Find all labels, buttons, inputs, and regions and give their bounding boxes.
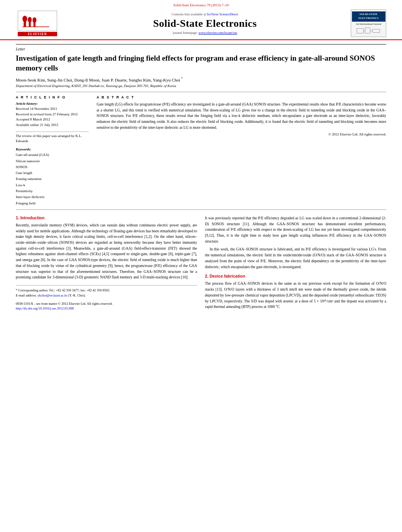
device-fab-text: The process flow of GAA–SONOS devices is… bbox=[205, 281, 386, 310]
article-info-header: A R T I C L E I N F O bbox=[16, 95, 89, 99]
logo-title: SOLID-STATE bbox=[354, 13, 383, 17]
accepted-date: Accepted 8 March 2012 bbox=[16, 117, 89, 122]
article-info-abstract: A R T I C L E I N F O Article history: R… bbox=[16, 95, 386, 206]
journal-header: Solid-State Electronics 79 (2013) 7–10 bbox=[0, 0, 402, 40]
article-authors: Moon-Seok Kim, Sung-Jin Choi, Dong-Il Mo… bbox=[16, 77, 386, 82]
email-label: E-mail address: bbox=[16, 293, 37, 297]
body-right: It was previously reported that the P/E … bbox=[205, 215, 386, 312]
doi-link[interactable]: http://dx.doi.org/10.1016/j.sse.2012.03.… bbox=[16, 306, 74, 310]
logo-subtitle: ELECTRONICS bbox=[354, 17, 383, 20]
journal-center: Contents lists available at SciVerse Sci… bbox=[59, 12, 351, 35]
device-fab-para: The process flow of GAA–SONOS devices is… bbox=[205, 281, 386, 310]
intro-right-para-2: In this work, the GAA–SONOS structure is… bbox=[205, 247, 386, 270]
solid-state-logo: SOLID-STATE ELECTRONICS An International… bbox=[351, 9, 386, 37]
homepage-url[interactable]: www.elsevier.com/locate/sse bbox=[199, 31, 237, 35]
journal-title-row: ELSEVIER Contents lists available at Sci… bbox=[16, 9, 386, 39]
corresponding-note: * Corresponding author. Tel.: +82 42 350… bbox=[16, 288, 197, 293]
corresponding-text: * Corresponding author. Tel.: +82 42 350… bbox=[16, 288, 110, 292]
intro-text: Recently, nonvolatile memory (NVM) devic… bbox=[16, 222, 197, 280]
email-link[interactable]: ykchoi@ee.kaist.ac.kr bbox=[37, 293, 67, 297]
review-note: The review of this paper was arranged by… bbox=[16, 132, 89, 143]
elsevier-logo-box bbox=[18, 11, 57, 31]
email-author: (Y.-K. Choi). bbox=[68, 293, 86, 297]
intro-right-text: It was previously reported that the P/E … bbox=[205, 215, 386, 270]
intro-right-para-1: It was previously reported that the P/E … bbox=[205, 215, 386, 245]
copyright-line: © 2012 Elsevier Ltd. All rights reserved… bbox=[97, 132, 386, 136]
available-date: Available online 21 July 2012 bbox=[16, 122, 89, 128]
device-fab-title: 2. Device fabrication bbox=[205, 274, 386, 278]
keyword-6: Low-k bbox=[16, 182, 89, 188]
abstract-text: Gate length (LG) effects for program/era… bbox=[97, 102, 386, 131]
keyword-2: Silicon nanowire bbox=[16, 158, 89, 164]
received-revised-date: Received in revised form 27 February 201… bbox=[16, 112, 89, 117]
abstract-column: A B S T R A C T Gate length (LG) effects… bbox=[97, 95, 386, 206]
svg-rect-8 bbox=[365, 28, 370, 33]
sciverse-link[interactable]: SciVerse ScienceDirect bbox=[207, 12, 238, 16]
svg-point-3 bbox=[28, 17, 32, 22]
logo-circuit-icon bbox=[353, 25, 384, 35]
homepage-label: journal homepage: bbox=[173, 31, 198, 35]
history-label: Article history: bbox=[16, 102, 89, 106]
keywords-section: Keywords: Gate-all-around (GAA) Silicon … bbox=[16, 147, 89, 206]
intro-para-1: Recently, nonvolatile memory (NVM) devic… bbox=[16, 222, 197, 280]
body-content: 1. Introduction Recently, nonvolatile me… bbox=[16, 215, 386, 312]
footnote-area: * Corresponding author. Tel.: +82 42 350… bbox=[16, 285, 197, 310]
keyword-1: Gate-all-around (GAA) bbox=[16, 152, 89, 158]
svg-rect-9 bbox=[372, 29, 380, 32]
contents-label: Contents lists available at bbox=[172, 12, 206, 16]
abstract-header: A B S T R A C T bbox=[97, 95, 386, 99]
elsevier-label: ELSEVIER bbox=[18, 32, 57, 36]
keywords-label: Keywords: bbox=[16, 147, 89, 151]
author-asterisk: * bbox=[181, 77, 183, 80]
elsevier-tree-icon bbox=[22, 13, 53, 28]
journal-citation: Solid-State Electronics 79 (2013) 7–10 bbox=[16, 3, 386, 7]
keyword-9: Fringing field bbox=[16, 200, 89, 206]
article-content: Letter Investigation of gate length and … bbox=[0, 40, 402, 320]
keyword-3: SONOS bbox=[16, 164, 89, 170]
received-date: Received 14 November 2011 bbox=[16, 106, 89, 112]
article-history: Article history: Received 14 November 20… bbox=[16, 102, 89, 128]
article-affiliation: Department of Electrical Engineering, KA… bbox=[16, 84, 386, 88]
authors-text: Moon-Seok Kim, Sung-Jin Choi, Dong-Il Mo… bbox=[16, 78, 180, 82]
article-title: Investigation of gate length and fringin… bbox=[16, 54, 386, 73]
body-left: 1. Introduction Recently, nonvolatile me… bbox=[16, 215, 197, 312]
keyword-7: Permittivity bbox=[16, 188, 89, 194]
svg-point-1 bbox=[22, 16, 27, 22]
keyword-4: Gate length bbox=[16, 170, 89, 176]
svg-rect-7 bbox=[357, 28, 363, 33]
article-info-column: A R T I C L E I N F O Article history: R… bbox=[16, 95, 89, 206]
journal-homepage: journal homepage: www.elsevier.com/locat… bbox=[59, 31, 351, 35]
page-container: Solid-State Electronics 79 (2013) 7–10 bbox=[0, 0, 402, 532]
intro-title: 1. Introduction bbox=[16, 215, 197, 220]
keyword-5: Erasing saturation bbox=[16, 176, 89, 182]
divider bbox=[16, 92, 386, 92]
email-line: E-mail address: ykchoi@ee.kaist.ac.kr (Y… bbox=[16, 293, 197, 298]
journal-name: Solid-State Electronics bbox=[59, 18, 351, 30]
issn-line: 0038-1101/$ – see front matter © 2012 El… bbox=[16, 301, 197, 306]
divider-2 bbox=[16, 209, 386, 210]
elsevier-logo-area: ELSEVIER bbox=[16, 11, 59, 36]
keyword-8: Inter-layer dielectric bbox=[16, 194, 89, 200]
svg-point-5 bbox=[33, 17, 37, 23]
article-type: Letter bbox=[16, 44, 386, 51]
sciverse-line: Contents lists available at SciVerse Sci… bbox=[59, 12, 351, 16]
